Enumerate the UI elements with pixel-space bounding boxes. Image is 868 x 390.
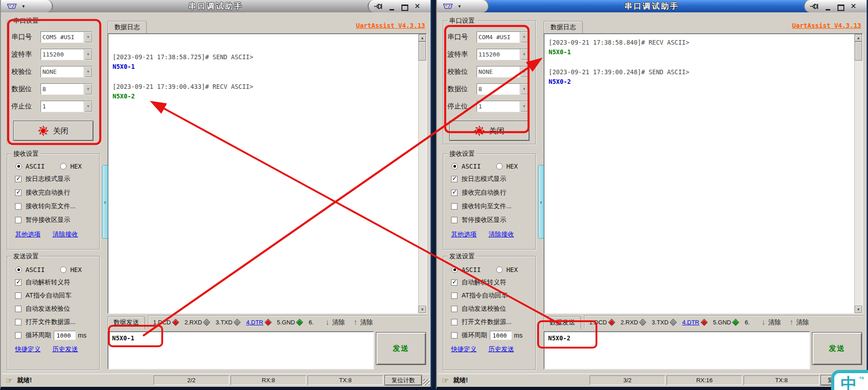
maximize-button[interactable] xyxy=(401,2,409,11)
auto-newline-checkbox[interactable] xyxy=(451,190,457,196)
log-mode-checkbox[interactable] xyxy=(15,176,21,182)
send-hex-radio[interactable] xyxy=(60,267,67,273)
reset-count-button[interactable]: 复位计数 xyxy=(385,375,422,385)
file-source-checkbox[interactable] xyxy=(451,319,457,325)
chevron-down-icon[interactable]: ▼ xyxy=(520,84,528,94)
close-icon[interactable]: ✕ xyxy=(413,0,421,12)
databits-select[interactable]: 8▼ xyxy=(477,83,529,95)
escape-parse-checkbox[interactable] xyxy=(451,279,457,286)
stopbits-select[interactable]: 1▼ xyxy=(477,101,529,112)
minimize-button[interactable] xyxy=(388,2,396,10)
serial-connector-app-icon[interactable] xyxy=(6,3,17,10)
uartassist-version-link[interactable]: UartAssist V4.3.13 xyxy=(792,22,861,29)
system-menu-dropdown-icon[interactable]: ▼ xyxy=(21,4,26,9)
stopbits-select[interactable]: 1▼ xyxy=(41,101,92,112)
scroll-down-icon[interactable]: ▼ xyxy=(855,306,862,313)
chevron-down-icon[interactable]: ▼ xyxy=(520,67,528,77)
scrollbar[interactable]: ▲ ▼ xyxy=(418,34,426,313)
pause-display-checkbox[interactable] xyxy=(15,217,21,223)
history-send-link[interactable]: 历史发送 xyxy=(52,345,78,354)
chevron-down-icon[interactable]: ▼ xyxy=(84,49,92,60)
at-cr-checkbox[interactable] xyxy=(15,292,21,299)
close-port-button[interactable]: 关闭 xyxy=(449,121,529,141)
recv-to-file-checkbox[interactable] xyxy=(451,203,457,210)
chevron-down-icon[interactable]: ▼ xyxy=(84,67,92,77)
tab-data-log[interactable]: 数据日志 xyxy=(544,21,583,34)
other-options-link[interactable]: 其他选项 xyxy=(451,231,477,239)
close-port-button[interactable]: 关闭 xyxy=(13,121,93,141)
pin-icon[interactable] xyxy=(810,3,819,10)
tab-data-send[interactable]: 数据发送 xyxy=(108,316,145,329)
recv-to-file-checkbox[interactable] xyxy=(15,203,21,210)
chevron-down-icon[interactable]: ▼ xyxy=(520,101,528,112)
titlebar[interactable]: 串口调试助手 ▼ ✕ xyxy=(437,0,867,12)
uartassist-version-link[interactable]: UartAssist V4.3.13 xyxy=(356,22,425,29)
scroll-up-icon[interactable]: ▲ xyxy=(855,34,862,41)
scrollbar[interactable]: ▲ ▼ xyxy=(854,34,862,313)
system-menu-dropdown-icon[interactable]: ▼ xyxy=(457,4,462,9)
send-hex-radio[interactable] xyxy=(496,267,503,273)
auto-checksum-checkbox[interactable] xyxy=(15,306,21,312)
data-log-area[interactable]: [2023-09-21 17:38:58.840]# RECV ASCII> N… xyxy=(544,33,863,314)
at-cr-checkbox[interactable] xyxy=(451,292,457,299)
escape-parse-checkbox[interactable] xyxy=(15,279,21,286)
clear-send-button[interactable]: ↓清除 xyxy=(761,318,781,327)
history-send-link[interactable]: 历史发送 xyxy=(488,345,514,354)
send-ascii-radio[interactable] xyxy=(15,267,22,273)
file-source-checkbox[interactable] xyxy=(15,319,21,325)
resize-grip[interactable] xyxy=(423,379,430,385)
minimize-button[interactable] xyxy=(824,2,832,10)
log-mode-checkbox[interactable] xyxy=(451,176,457,182)
send-button[interactable]: 发送 xyxy=(376,332,426,365)
send-button[interactable]: 发送 xyxy=(812,332,862,365)
chevron-down-icon[interactable]: ▼ xyxy=(84,32,92,42)
baud-select[interactable]: 115200▼ xyxy=(477,49,529,60)
other-options-link[interactable]: 其他选项 xyxy=(15,231,41,239)
parity-select[interactable]: NONE▼ xyxy=(41,66,92,77)
clear-receive-link[interactable]: 清除接收 xyxy=(52,231,78,239)
cycle-checkbox[interactable] xyxy=(451,332,457,339)
cycle-checkbox[interactable] xyxy=(15,332,21,339)
auto-newline-checkbox[interactable] xyxy=(15,190,21,196)
scroll-thumb[interactable] xyxy=(855,41,862,61)
tab-data-send[interactable]: 数据发送 xyxy=(544,316,581,329)
scroll-down-icon[interactable]: ▼ xyxy=(419,306,426,313)
pin-icon[interactable] xyxy=(374,3,383,10)
recv-ascii-radio[interactable] xyxy=(15,163,22,169)
recv-ascii-radio[interactable] xyxy=(452,163,458,169)
databits-select[interactable]: 8▼ xyxy=(41,83,92,95)
titlebar[interactable]: 串口调试助手 ▼ ✕ xyxy=(1,0,431,12)
auto-checksum-checkbox[interactable] xyxy=(451,306,457,312)
recv-hex-radio[interactable] xyxy=(496,163,503,169)
scroll-thumb[interactable] xyxy=(419,41,426,61)
clear-send-button[interactable]: ↓清除 xyxy=(325,318,345,327)
recv-hex-radio[interactable] xyxy=(60,163,67,169)
cycle-period-input[interactable]: 1000 xyxy=(54,331,76,340)
clear-receive-link[interactable]: 清除接收 xyxy=(488,231,514,239)
tab-data-log[interactable]: 数据日志 xyxy=(108,21,147,34)
send-ascii-radio[interactable] xyxy=(452,267,458,273)
close-icon[interactable]: ✕ xyxy=(849,0,858,12)
send-data-input[interactable]: N5X0-1 xyxy=(108,331,374,369)
chevron-down-icon[interactable]: ▼ xyxy=(520,32,528,42)
data-log-area[interactable]: [2023-09-21 17:38:58.725]# SEND ASCII> N… xyxy=(108,33,427,314)
panel-collapse-handle[interactable]: ‹ xyxy=(102,165,108,239)
clear-receive-button[interactable]: ↑清除 xyxy=(790,318,809,327)
chevron-down-icon[interactable]: ▼ xyxy=(520,49,528,60)
chevron-down-icon[interactable]: ▼ xyxy=(84,101,92,112)
port-select[interactable]: COM4 #USI▼ xyxy=(477,31,529,43)
scroll-up-icon[interactable]: ▲ xyxy=(419,34,426,41)
cycle-period-input[interactable]: 1000 xyxy=(490,331,512,340)
port-select[interactable]: COM5 #USI▼ xyxy=(41,31,92,43)
serial-connector-app-icon[interactable] xyxy=(442,3,453,10)
maximize-button[interactable] xyxy=(837,2,845,11)
baud-select[interactable]: 115200▼ xyxy=(41,49,92,60)
send-data-input[interactable]: N5X0-2 xyxy=(544,331,810,369)
panel-collapse-handle[interactable]: ‹ xyxy=(538,165,544,239)
shortcut-define-link[interactable]: 快捷定义 xyxy=(15,345,41,354)
clear-receive-button[interactable]: ↑清除 xyxy=(354,318,373,327)
pause-display-checkbox[interactable] xyxy=(451,217,457,223)
shortcut-define-link[interactable]: 快捷定义 xyxy=(451,345,477,354)
chevron-down-icon[interactable]: ▼ xyxy=(84,84,92,94)
parity-select[interactable]: NONE▼ xyxy=(477,66,529,77)
